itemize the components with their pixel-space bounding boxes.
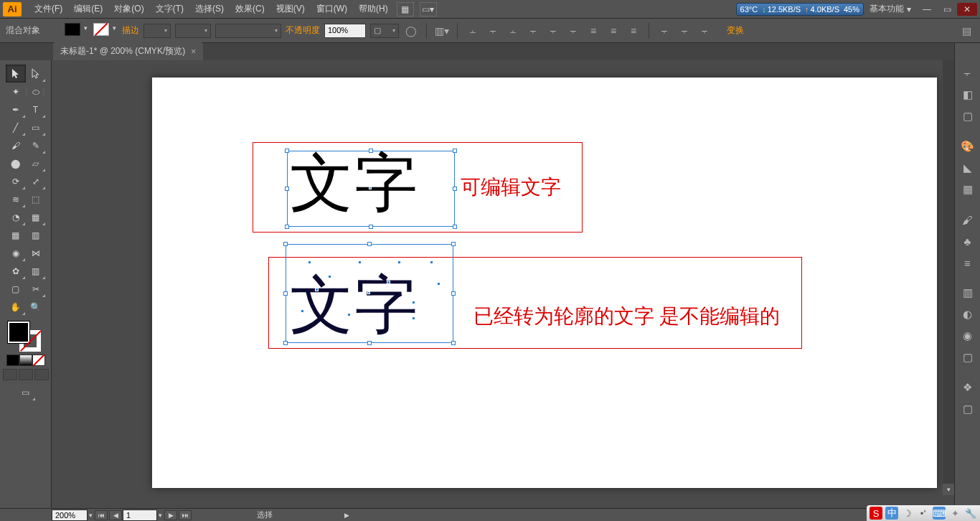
- shape-builder-tool[interactable]: ◔: [6, 208, 26, 226]
- distribute-top-icon[interactable]: ≡: [585, 23, 601, 39]
- distribute-hcenter-icon[interactable]: ⫟: [677, 23, 692, 39]
- next-artboard-button[interactable]: ▶: [164, 510, 177, 520]
- transparency-panel-icon[interactable]: ◐: [958, 306, 978, 323]
- line-tool[interactable]: ╱: [6, 118, 26, 136]
- hand-tool[interactable]: ✋: [6, 298, 26, 316]
- align-hcenter-icon[interactable]: ⫟: [485, 23, 501, 39]
- opacity-label[interactable]: 不透明度: [286, 24, 320, 37]
- blob-brush-tool[interactable]: ⬤: [6, 154, 26, 172]
- layers-panel-icon[interactable]: ❖: [958, 379, 978, 396]
- fill-color-well[interactable]: [65, 23, 80, 36]
- rectangle-tool[interactable]: ▭: [26, 118, 46, 136]
- rotate-tool[interactable]: ⟳: [6, 172, 26, 190]
- variable-width-profile-dropdown[interactable]: ▾: [175, 24, 211, 38]
- window-maximize[interactable]: ▭: [937, 3, 957, 16]
- distribute-vcenter-icon[interactable]: ≡: [606, 23, 621, 39]
- zoom-tool[interactable]: 🔍: [26, 298, 46, 316]
- window-close[interactable]: ✕: [957, 3, 977, 16]
- workspace-switcher[interactable]: 基本功能▾: [870, 3, 911, 15]
- stroke-weight-dropdown[interactable]: ▾: [143, 24, 171, 38]
- draw-behind-icon[interactable]: [19, 369, 33, 380]
- draw-inside-icon[interactable]: [34, 369, 49, 380]
- fill-swatch[interactable]: [8, 321, 29, 343]
- tray-ime-icon[interactable]: 中: [885, 507, 898, 520]
- gradient-panel-icon[interactable]: ▥: [958, 284, 978, 301]
- none-mode-swatch[interactable]: [32, 355, 45, 366]
- graphic-styles-panel-icon[interactable]: ▢: [958, 349, 978, 366]
- align-right-icon[interactable]: ⫠: [505, 23, 521, 39]
- align-left-icon[interactable]: ⫠: [465, 23, 481, 39]
- menu-file[interactable]: 文件(F): [29, 0, 68, 18]
- pencil-tool[interactable]: ✎: [26, 136, 46, 154]
- opacity-value-field[interactable]: 100%: [324, 24, 366, 38]
- stroke-label[interactable]: 描边: [122, 24, 139, 37]
- direct-selection-tool[interactable]: [26, 65, 46, 83]
- tray-star-icon[interactable]: ✦: [948, 507, 961, 520]
- graphic-style-dropdown[interactable]: ▢▾: [370, 24, 399, 38]
- tray-sogou-icon[interactable]: S: [870, 507, 882, 520]
- scroll-down-icon[interactable]: ▾: [943, 484, 954, 495]
- menu-effect[interactable]: 效果(C): [230, 0, 270, 18]
- symbol-sprayer-tool[interactable]: ✿: [6, 262, 26, 280]
- color-guide-panel-icon[interactable]: ◣: [958, 159, 978, 177]
- column-graph-tool[interactable]: ▥: [26, 262, 46, 280]
- canvas-area[interactable]: 文字 文字 可编辑文字 已经转为轮廓的文字 是不能编辑的 ▴: [52, 43, 954, 508]
- menu-type[interactable]: 文字(T): [150, 0, 189, 18]
- perspective-grid-tool[interactable]: ▦: [26, 208, 46, 226]
- color-panel-icon[interactable]: 🎨: [958, 138, 978, 155]
- draw-normal-icon[interactable]: [3, 369, 17, 380]
- pathfinder-panel-icon[interactable]: ◧: [958, 86, 978, 103]
- fill-color-chevron-icon[interactable]: ▾: [84, 24, 88, 32]
- fill-stroke-control[interactable]: [6, 321, 45, 352]
- recolor-artwork-icon[interactable]: ◯: [403, 23, 419, 39]
- pen-tool[interactable]: ✒: [6, 100, 26, 118]
- paintbrush-tool[interactable]: 🖌: [6, 136, 26, 154]
- menu-edit[interactable]: 编辑(E): [68, 0, 108, 18]
- last-artboard-button[interactable]: ⏭: [179, 510, 192, 520]
- align-vcenter-icon[interactable]: ⫟: [545, 23, 561, 39]
- type-tool[interactable]: T: [26, 100, 46, 118]
- tray-wrench-icon[interactable]: 🔧: [964, 507, 977, 520]
- appearance-panel-icon[interactable]: ◉: [958, 327, 978, 344]
- align-top-icon[interactable]: ⫟: [525, 23, 541, 39]
- eraser-tool[interactable]: ▱: [26, 154, 46, 172]
- eyedropper-tool[interactable]: ◉: [6, 244, 26, 262]
- color-mode-swatch[interactable]: [6, 355, 19, 366]
- options-flyout-icon[interactable]: ▤: [958, 23, 974, 39]
- document-tab[interactable]: 未标题-1* @ 200% (CMYK/预览) ×: [53, 42, 203, 60]
- stroke-color-chevron-icon[interactable]: ▾: [113, 24, 116, 32]
- selection-bounding-box-1[interactable]: [287, 151, 455, 227]
- swatches-panel-icon[interactable]: ▦: [958, 181, 978, 198]
- lasso-tool[interactable]: ⬭: [26, 83, 46, 100]
- prev-artboard-button[interactable]: ◀: [109, 510, 122, 520]
- window-minimize[interactable]: —: [917, 3, 937, 16]
- menu-view[interactable]: 视图(V): [270, 0, 311, 18]
- tray-keyboard-icon[interactable]: ⌨: [933, 507, 946, 520]
- tray-moon-icon[interactable]: ☽: [901, 507, 914, 520]
- brush-definition-dropdown[interactable]: ▾: [215, 24, 281, 38]
- selection-bounding-box-2[interactable]: [286, 244, 453, 343]
- width-tool[interactable]: ≋: [6, 190, 26, 208]
- distribute-bottom-icon[interactable]: ≡: [626, 23, 641, 39]
- screen-mode-tool[interactable]: ▭: [16, 383, 36, 401]
- stroke-panel-icon[interactable]: ≡: [958, 254, 978, 271]
- screen-mode-icon[interactable]: ▭▾: [420, 2, 437, 17]
- menu-object[interactable]: 对象(O): [108, 0, 149, 18]
- zoom-chevron-icon[interactable]: ▾: [89, 512, 93, 519]
- brushes-panel-icon[interactable]: 🖌: [958, 211, 978, 228]
- free-transform-tool[interactable]: ⬚: [26, 190, 46, 208]
- artboards-panel-icon[interactable]: ▢: [958, 400, 978, 418]
- scale-tool[interactable]: ⤢: [26, 172, 46, 190]
- selection-tool[interactable]: [6, 65, 26, 83]
- distribute-left-icon[interactable]: ⫟: [656, 23, 672, 39]
- gradient-tool[interactable]: ▥: [26, 226, 46, 244]
- menu-select[interactable]: 选择(S): [189, 0, 230, 18]
- transform-label[interactable]: 变换: [727, 24, 744, 37]
- first-artboard-button[interactable]: ⏮: [95, 510, 108, 520]
- artboard-number-field[interactable]: 1: [123, 510, 157, 521]
- menu-window[interactable]: 窗口(W): [311, 0, 353, 18]
- zoom-field[interactable]: 200%: [52, 510, 88, 521]
- magic-wand-tool[interactable]: ✦: [6, 83, 26, 100]
- blend-tool[interactable]: ⋈: [26, 244, 46, 262]
- close-tab-icon[interactable]: ×: [191, 47, 196, 57]
